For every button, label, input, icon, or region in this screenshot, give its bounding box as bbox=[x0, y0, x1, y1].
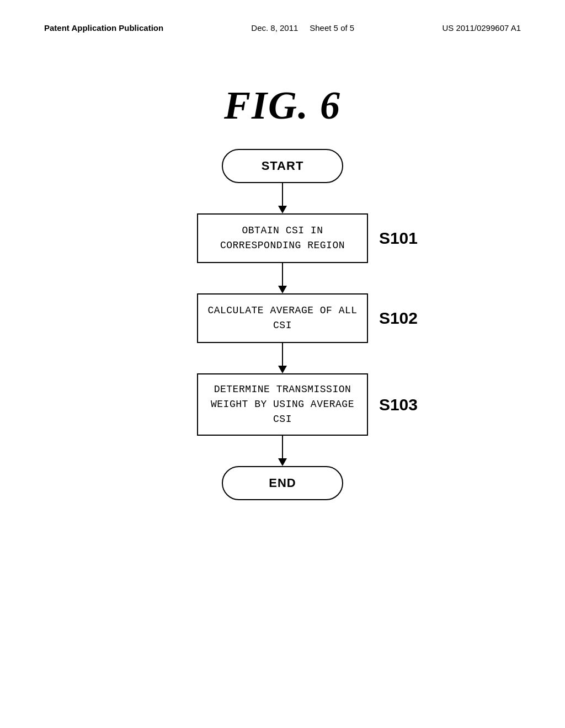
arrow-line-3 bbox=[282, 343, 284, 366]
flowchart: START OBTAIN CSI INCORRESPONDING REGION … bbox=[0, 149, 565, 500]
step-label-s102: S102 bbox=[379, 309, 418, 328]
arrow-line-1 bbox=[282, 183, 284, 206]
step-row-s103: DETERMINE TRANSMISSIONWEIGHT BY USING AV… bbox=[197, 373, 368, 436]
publication-date: Dec. 8, 2011 bbox=[251, 23, 298, 33]
step-label-s101: S101 bbox=[379, 229, 418, 248]
end-label: END bbox=[269, 476, 296, 490]
arrow-2 bbox=[278, 263, 287, 293]
patent-number: US 2011/0299607 A1 bbox=[442, 23, 521, 33]
header-left: Patent Application Publication bbox=[44, 22, 163, 34]
step-row-s102: CALCULATE AVERAGE OF ALL CSI S102 bbox=[197, 293, 368, 343]
step-s102-text: CALCULATE AVERAGE OF ALL CSI bbox=[207, 303, 358, 333]
arrow-head-2 bbox=[278, 286, 287, 293]
header-center: Dec. 8, 2011 Sheet 5 of 5 bbox=[251, 22, 354, 34]
arrow-head-4 bbox=[278, 458, 287, 466]
start-label: START bbox=[262, 159, 304, 173]
arrow-3 bbox=[278, 343, 287, 373]
header-right: US 2011/0299607 A1 bbox=[442, 22, 521, 34]
step-s103-text: DETERMINE TRANSMISSIONWEIGHT BY USING AV… bbox=[207, 382, 358, 427]
step-s101-text: OBTAIN CSI INCORRESPONDING REGION bbox=[220, 223, 345, 253]
arrow-line-4 bbox=[282, 436, 284, 458]
start-capsule: START bbox=[222, 149, 343, 183]
step-row-s101: OBTAIN CSI INCORRESPONDING REGION S101 bbox=[197, 213, 368, 263]
sheet-info: Sheet 5 of 5 bbox=[310, 23, 354, 33]
page-header: Patent Application Publication Dec. 8, 2… bbox=[0, 22, 565, 34]
arrow-line-2 bbox=[282, 263, 284, 286]
process-box-s103: DETERMINE TRANSMISSIONWEIGHT BY USING AV… bbox=[197, 373, 368, 436]
arrow-4 bbox=[278, 436, 287, 466]
process-box-s101: OBTAIN CSI INCORRESPONDING REGION bbox=[197, 213, 368, 263]
process-box-s102: CALCULATE AVERAGE OF ALL CSI bbox=[197, 293, 368, 343]
end-capsule: END bbox=[222, 466, 343, 500]
arrow-1 bbox=[278, 183, 287, 213]
arrow-head-1 bbox=[278, 206, 287, 213]
publication-label: Patent Application Publication bbox=[44, 23, 163, 33]
arrow-head-3 bbox=[278, 366, 287, 373]
step-label-s103: S103 bbox=[379, 395, 418, 414]
figure-title: FIG. 6 bbox=[0, 83, 565, 129]
